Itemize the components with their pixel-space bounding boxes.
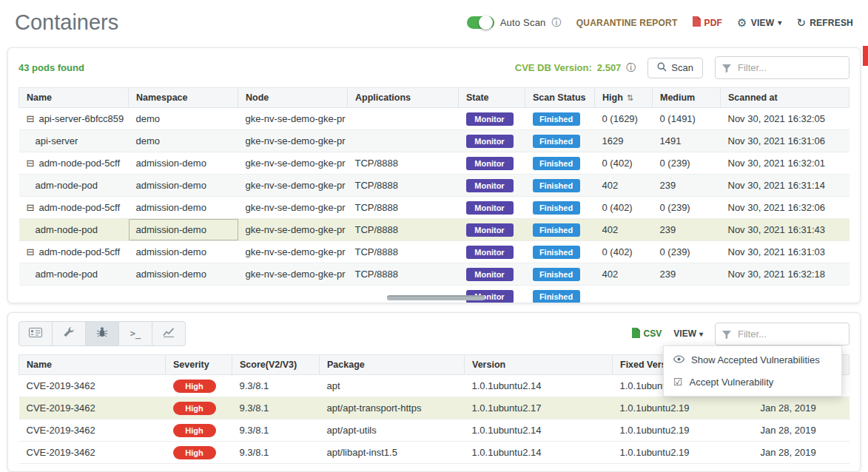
cell-severity: High xyxy=(166,375,232,397)
menu-item-show-accepted[interactable]: Show Accepted Vulnerabilities xyxy=(664,349,841,371)
col-name[interactable]: Name xyxy=(19,88,129,108)
table-row-selected[interactable]: adm-node-pod admission-demo gke-nv-se-de… xyxy=(19,219,850,241)
state-badge[interactable]: Monitor xyxy=(466,135,514,148)
scan-status-badge[interactable]: Finished xyxy=(533,157,580,170)
cell-scan-status: Finished xyxy=(525,152,595,175)
cell-namespace: demo xyxy=(129,130,238,152)
table-row[interactable]: ⊟adm-node-pod-5cff admission-demo gke-nv… xyxy=(19,241,850,263)
menu-item-label: Show Accepted Vulnerabilities xyxy=(691,354,820,365)
filter-icon xyxy=(722,329,731,343)
cell-applications: TCP/8888 xyxy=(348,219,459,241)
col-node[interactable]: Node xyxy=(238,88,348,108)
state-badge[interactable]: Monitor xyxy=(466,157,514,170)
scrollbar-thumb[interactable] xyxy=(863,46,868,66)
cell-package: apt/apt-utils xyxy=(320,419,465,442)
auto-scan-label: Auto Scan xyxy=(500,17,546,28)
info-icon[interactable]: ⓘ xyxy=(552,16,562,30)
pdf-label: PDF xyxy=(704,18,723,28)
col-name[interactable]: Name xyxy=(19,355,166,375)
vuln-view-menu-button[interactable]: VIEW ▾ xyxy=(673,328,703,339)
col-score[interactable]: Score(V2/V3) xyxy=(232,355,320,375)
csv-export-button[interactable]: CSV xyxy=(632,328,662,340)
col-applications[interactable]: Applications xyxy=(348,88,459,108)
cell-medium: 0 (239) xyxy=(653,197,721,219)
scan-status-badge[interactable]: Finished xyxy=(533,112,580,126)
pdf-button[interactable]: PDF xyxy=(693,16,723,29)
col-version[interactable]: Version xyxy=(465,355,613,375)
table-row[interactable]: ⊟adm-node-pod-5cff admission-demo gke-nv… xyxy=(19,197,850,219)
collapse-icon[interactable]: ⊟ xyxy=(27,158,35,169)
col-package[interactable]: Package xyxy=(320,355,465,375)
scrollbar-thumb[interactable] xyxy=(387,295,485,300)
table-row[interactable]: adm-node-pod admission-demo gke-nv-se-de… xyxy=(19,175,850,197)
view-label: VIEW xyxy=(673,328,696,339)
tab-process-info[interactable] xyxy=(18,321,53,346)
state-badge[interactable]: Monitor xyxy=(466,179,514,192)
horizontal-scrollbar[interactable] xyxy=(18,295,850,301)
vuln-filter-input[interactable] xyxy=(715,323,850,345)
cell-node: gke-nv-se-demo-gke-pr xyxy=(238,152,348,175)
tab-tools[interactable] xyxy=(52,321,86,346)
auto-scan-toggle[interactable] xyxy=(467,16,494,29)
view-menu-button[interactable]: ⚙ VIEW ▾ xyxy=(737,16,781,30)
table-row[interactable]: ⊟api-server-6bfcc859 demo gke-nv-se-demo… xyxy=(19,108,850,130)
cell-high: 1629 xyxy=(595,130,653,152)
col-severity[interactable]: Severity xyxy=(166,355,232,375)
cell-node: gke-nv-se-demo-gke-pr xyxy=(238,108,348,130)
scan-status-badge[interactable]: Finished xyxy=(533,223,580,237)
cell-name: adm-node-pod xyxy=(19,263,129,286)
state-badge[interactable]: Monitor xyxy=(466,201,514,215)
cell-state: Monitor xyxy=(459,219,525,241)
state-badge[interactable]: Monitor xyxy=(466,223,514,237)
pods-filter-input[interactable] xyxy=(715,56,850,79)
state-badge[interactable]: Monitor xyxy=(466,112,514,126)
col-scan-status[interactable]: Scan Status xyxy=(525,88,595,108)
collapse-icon[interactable]: ⊟ xyxy=(27,246,35,257)
col-scanned-at[interactable]: Scanned at xyxy=(721,88,850,108)
table-row[interactable]: ⊟adm-node-pod-5cff admission-demo gke-nv… xyxy=(19,152,850,175)
col-high[interactable]: High⇅ xyxy=(595,88,653,108)
cell-name: adm-node-pod xyxy=(19,219,129,241)
table-row[interactable]: CVE-2019-3462 High 9.3/8.1 apt/apt-utils… xyxy=(19,419,850,442)
collapse-icon[interactable]: ⊟ xyxy=(27,202,35,213)
table-row[interactable]: CVE-2019-3462 High 9.3/8.1 apt/libapt-in… xyxy=(19,442,850,464)
scan-label: Scan xyxy=(671,62,693,73)
cell-applications xyxy=(348,108,459,130)
chevron-down-icon: ▾ xyxy=(778,18,781,27)
table-row[interactable]: adm-node-pod admission-demo gke-nv-se-de… xyxy=(19,263,850,286)
refresh-label: REFRESH xyxy=(810,18,853,28)
cell-name: ⊟api-server-6bfcc859 xyxy=(19,108,129,130)
tab-vulnerabilities[interactable] xyxy=(85,321,119,346)
col-namespace[interactable]: Namespace xyxy=(129,88,238,108)
toggle-knob xyxy=(479,16,493,30)
cell-scanned-at: Nov 30, 2021 16:32:06 xyxy=(721,197,850,219)
col-medium[interactable]: Medium xyxy=(653,88,721,108)
tab-console[interactable]: >_ xyxy=(118,321,152,346)
cell-scan-status: Finished xyxy=(525,263,595,286)
state-badge[interactable]: Monitor xyxy=(466,246,514,259)
scan-status-badge[interactable]: Finished xyxy=(533,201,580,215)
scan-status-badge[interactable]: Finished xyxy=(533,135,580,148)
collapse-icon[interactable]: ⊟ xyxy=(27,113,35,124)
scan-button[interactable]: Scan xyxy=(647,58,703,78)
info-icon[interactable]: ⓘ xyxy=(626,61,636,75)
cell-score: 9.3/8.1 xyxy=(232,442,320,464)
quarantine-report-button[interactable]: QUARANTINE REPORT xyxy=(576,18,678,28)
cell-scan-status: Finished xyxy=(525,108,595,130)
scan-status-badge[interactable]: Finished xyxy=(533,246,580,259)
col-state[interactable]: State xyxy=(459,88,525,108)
cell-severity: High xyxy=(166,397,232,419)
tab-stats[interactable] xyxy=(152,321,186,346)
table-row-selected[interactable]: CVE-2019-3462 High 9.3/8.1 apt/apt-trans… xyxy=(19,397,850,419)
cell-namespace: admission-demo xyxy=(129,152,238,175)
refresh-button[interactable]: ↻ REFRESH xyxy=(796,16,853,30)
scan-status-badge[interactable]: Finished xyxy=(533,268,580,281)
id-card-icon xyxy=(29,327,42,340)
table-row[interactable]: api-server demo gke-nv-se-demo-gke-pr Mo… xyxy=(19,130,850,152)
cell-high: 402 xyxy=(595,219,653,241)
state-badge[interactable]: Monitor xyxy=(466,268,514,281)
sort-icon[interactable]: ⇅ xyxy=(627,93,633,102)
menu-item-accept-vulnerability[interactable]: ☑ Accept Vulnerability xyxy=(664,371,841,393)
scan-status-badge[interactable]: Finished xyxy=(533,179,580,192)
refresh-icon: ↻ xyxy=(796,16,806,30)
